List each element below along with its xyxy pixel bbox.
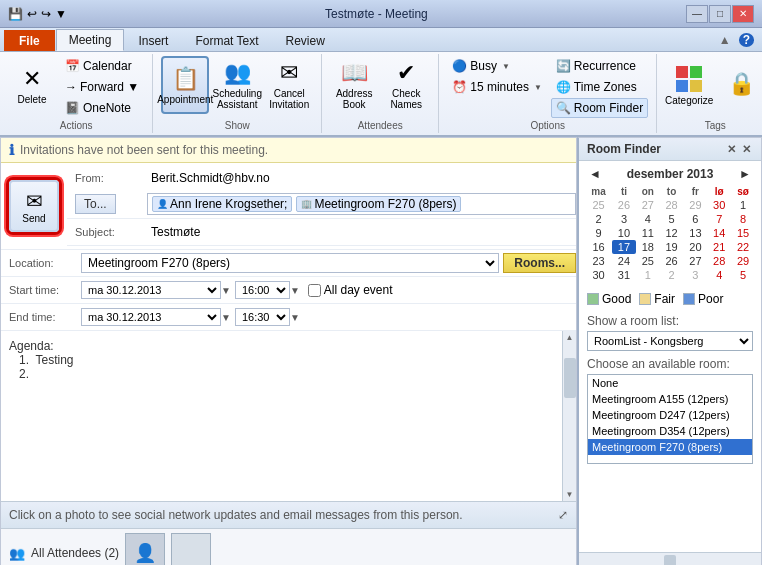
pin-icon[interactable]: ✕ — [725, 143, 738, 156]
cal-prev-button[interactable]: ◄ — [585, 167, 605, 181]
rooms-button[interactable]: Rooms... — [503, 253, 576, 273]
end-time-select[interactable]: 16:30 — [235, 308, 290, 326]
all-day-checkbox[interactable] — [308, 284, 321, 297]
cal-day[interactable]: 21 — [707, 240, 731, 254]
cal-day[interactable]: 2 — [660, 268, 684, 282]
room-f270[interactable]: Meetingroom F270 (8pers) — [588, 439, 752, 455]
scroll-up-arrow[interactable]: ▲ — [564, 331, 576, 344]
reminder-dropdown[interactable]: ⏰ 15 minutes ▼ — [447, 77, 547, 97]
undo-icon[interactable]: ↩ — [27, 7, 37, 21]
cal-day[interactable]: 13 — [683, 226, 707, 240]
cal-day[interactable]: 12 — [660, 226, 684, 240]
room-finder-button[interactable]: 🔍 Room Finder — [551, 98, 648, 118]
cal-day[interactable]: 28 — [660, 198, 684, 212]
minimize-button[interactable]: — — [686, 5, 708, 23]
social-icons[interactable]: ⤢ — [558, 508, 568, 522]
cal-day[interactable]: 29 — [683, 198, 707, 212]
tab-insert[interactable]: Insert — [125, 30, 181, 51]
cal-day[interactable]: 2 — [585, 212, 612, 226]
cal-day[interactable]: 3 — [683, 268, 707, 282]
busy-dropdown[interactable]: 🔵 Busy ▼ — [447, 56, 547, 76]
check-names-button[interactable]: ✔ Check Names — [382, 56, 430, 114]
end-date-select[interactable]: ma 30.12.2013 — [81, 308, 221, 326]
cal-day[interactable]: 4 — [636, 212, 660, 226]
to-button[interactable]: To... — [75, 194, 116, 214]
time-zones-button[interactable]: 🌐 Time Zones — [551, 77, 648, 97]
scheduling-assistant-button[interactable]: 👥 Scheduling Assistant — [213, 56, 261, 114]
cal-day[interactable]: 25 — [636, 254, 660, 268]
cal-day[interactable]: 1 — [636, 268, 660, 282]
expand-icon[interactable]: ⤢ — [558, 508, 568, 522]
room-a155[interactable]: Meetingroom A155 (12pers) — [588, 391, 752, 407]
maximize-button[interactable]: □ — [709, 5, 731, 23]
room-listbox[interactable]: None Meetingroom A155 (12pers) Meetingro… — [587, 374, 753, 464]
cal-next-button[interactable]: ► — [735, 167, 755, 181]
scroll-down-arrow[interactable]: ▼ — [564, 488, 576, 501]
cal-day[interactable]: 7 — [707, 212, 731, 226]
cal-day[interactable]: 26 — [660, 254, 684, 268]
cal-day[interactable]: 30 — [707, 198, 731, 212]
cal-day[interactable]: 4 — [707, 268, 731, 282]
cal-day[interactable]: 1 — [731, 198, 755, 212]
room-list-select[interactable]: RoomList - Kongsberg — [587, 331, 753, 351]
cal-day[interactable]: 19 — [660, 240, 684, 254]
subject-field[interactable] — [147, 222, 576, 242]
start-time-select[interactable]: 16:00 — [235, 281, 290, 299]
cal-day[interactable]: 10 — [612, 226, 636, 240]
cal-day[interactable]: 24 — [612, 254, 636, 268]
body-scrollbar[interactable]: ▲ ▼ — [562, 331, 576, 501]
customize-icon[interactable]: ▼ — [55, 7, 67, 21]
cal-day[interactable]: 3 — [612, 212, 636, 226]
calendar-button[interactable]: 📅 Calendar — [60, 56, 144, 76]
cal-day-today[interactable]: 17 — [612, 240, 636, 254]
send-button[interactable]: ✉ Send — [9, 180, 59, 232]
save-icon[interactable]: 💾 — [8, 7, 23, 21]
cal-day[interactable]: 22 — [731, 240, 755, 254]
location-select[interactable]: Meetingroom F270 (8pers) — [81, 253, 499, 273]
cal-day[interactable]: 30 — [585, 268, 612, 282]
cal-day[interactable]: 6 — [683, 212, 707, 226]
close-button[interactable]: ✕ — [732, 5, 754, 23]
tab-meeting[interactable]: Meeting — [56, 29, 125, 51]
room-d247[interactable]: Meetingroom D247 (12pers) — [588, 407, 752, 423]
cal-day[interactable]: 31 — [612, 268, 636, 282]
recurrence-button[interactable]: 🔄 Recurrence — [551, 56, 648, 76]
window-controls[interactable]: — □ ✕ — [686, 5, 754, 23]
close-panel-icon[interactable]: ✕ — [740, 143, 753, 156]
categorize-button[interactable]: Categorize — [665, 56, 713, 114]
cal-day[interactable]: 18 — [636, 240, 660, 254]
title-bar-quick-access[interactable]: 💾 ↩ ↪ ▼ — [8, 7, 67, 21]
tab-file[interactable]: File — [4, 30, 55, 51]
panel-controls[interactable]: ✕ ✕ — [725, 143, 753, 156]
cal-day[interactable]: 16 — [585, 240, 612, 254]
cal-day[interactable]: 9 — [585, 226, 612, 240]
cal-day[interactable]: 27 — [683, 254, 707, 268]
room-none[interactable]: None — [588, 375, 752, 391]
room-d354[interactable]: Meetingroom D354 (12pers) — [588, 423, 752, 439]
appointment-button[interactable]: 📋 Appointment — [161, 56, 209, 114]
cal-day[interactable]: 26 — [612, 198, 636, 212]
cal-day[interactable]: 29 — [731, 254, 755, 268]
cal-day[interactable]: 14 — [707, 226, 731, 240]
private-button[interactable]: 🔒 — [717, 56, 762, 114]
address-book-button[interactable]: 📖 Address Book — [330, 56, 378, 114]
cal-day[interactable]: 5 — [731, 268, 755, 282]
start-date-select[interactable]: ma 30.12.2013 — [81, 281, 221, 299]
tab-review[interactable]: Review — [273, 30, 338, 51]
help-icon[interactable]: ? — [739, 33, 754, 47]
cal-day[interactable]: 15 — [731, 226, 755, 240]
cal-day[interactable]: 25 — [585, 198, 612, 212]
tab-format-text[interactable]: Format Text — [182, 30, 271, 51]
cal-day[interactable]: 11 — [636, 226, 660, 240]
cal-day[interactable]: 28 — [707, 254, 731, 268]
cal-day[interactable]: 5 — [660, 212, 684, 226]
cal-day[interactable]: 23 — [585, 254, 612, 268]
cancel-invitation-button[interactable]: ✉ Cancel Invitation — [265, 56, 313, 114]
redo-icon[interactable]: ↪ — [41, 7, 51, 21]
scroll-thumb[interactable] — [564, 358, 576, 398]
to-recipients-field[interactable]: 👤 Ann Irene Krogsether; 🏢 Meetingroom F2… — [147, 193, 576, 215]
onenote-button[interactable]: 📓 OneNote — [60, 98, 144, 118]
collapse-ribbon-icon[interactable]: ▲ — [719, 33, 731, 47]
cal-day[interactable]: 20 — [683, 240, 707, 254]
cal-day[interactable]: 8 — [731, 212, 755, 226]
